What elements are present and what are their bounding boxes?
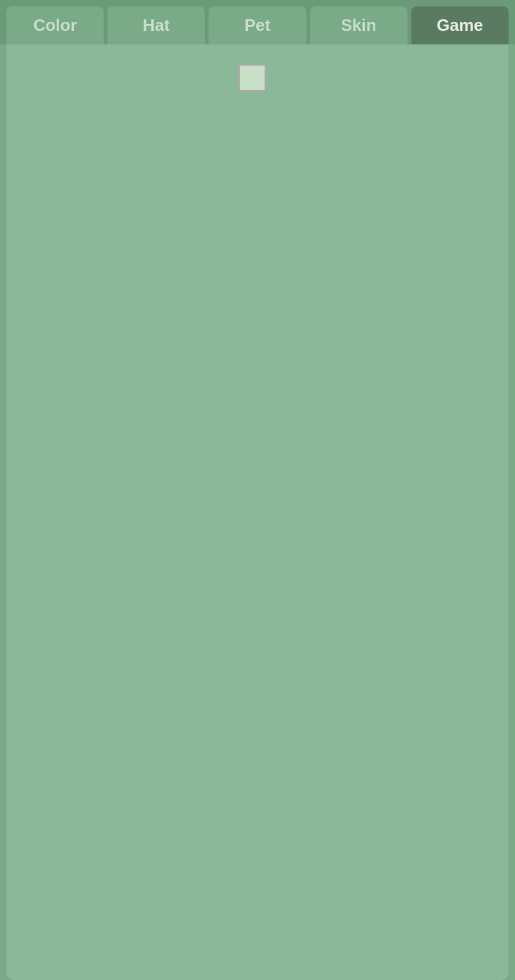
content-area [6, 44, 509, 980]
tab-pet[interactable]: Pet [209, 6, 306, 44]
recommended-settings-row [17, 55, 498, 102]
tab-color[interactable]: Color [6, 6, 104, 44]
recommended-checkbox[interactable] [238, 64, 267, 92]
tab-bar: ColorHatPetSkinGame [0, 0, 515, 44]
tab-skin[interactable]: Skin [310, 6, 407, 44]
tab-hat[interactable]: Hat [108, 6, 205, 44]
tab-game[interactable]: Game [411, 6, 509, 44]
